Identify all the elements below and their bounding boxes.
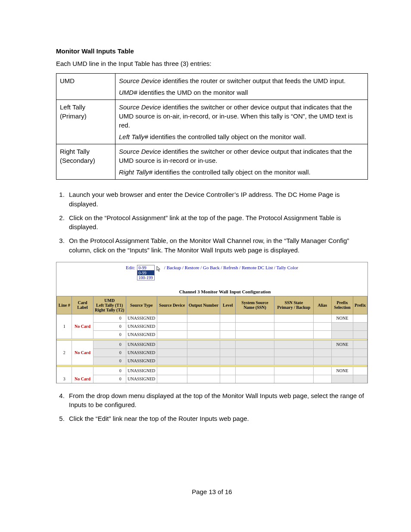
screenshot-figure: Edit: 0-99 0-99 100-199 / Backup / Resto…: [56, 262, 368, 383]
def-desc: Source Device identifies the router or s…: [115, 74, 368, 100]
wall-col-header: Source Type: [126, 296, 157, 314]
figure-link[interactable]: Remote DC List: [242, 265, 273, 270]
figure-link[interactable]: Refresh: [223, 265, 238, 270]
figure-link[interactable]: Tally Color: [277, 265, 298, 270]
step-item: On the Protocol Assignment Table, on the…: [66, 236, 368, 255]
card-label-cell: No Card: [72, 314, 93, 339]
line-number-cell: 1: [57, 314, 72, 339]
table-row: 1No Card0UNASSIGNEDNONE: [57, 314, 367, 322]
page-footer: Page 13 of 16: [56, 488, 368, 495]
range-select[interactable]: 0-99 0-99 100-199: [137, 265, 155, 280]
step-item: Click the “Edit” link near the top of th…: [66, 414, 368, 423]
step-item: From the drop down menu displayed at the…: [66, 391, 368, 410]
line-number-cell: 2: [57, 340, 72, 365]
def-term: UMD: [56, 74, 115, 100]
wall-col-header: Alias: [313, 296, 331, 314]
table-row: 3No Card0UNASSIGNEDNONE: [57, 367, 367, 375]
wall-col-header: Line #: [57, 296, 72, 314]
step-item: Click on the “Protocol Assignment” link …: [66, 213, 368, 232]
table-row: 0UNASSIGNED: [57, 357, 367, 365]
figure-link[interactable]: Restore: [185, 265, 199, 270]
card-label-cell: No Card: [72, 340, 93, 365]
wall-col-header: Card Label: [72, 296, 93, 314]
table-row: 0UNASSIGNED: [57, 322, 367, 330]
table-row: 0UNASSIGNED: [57, 348, 367, 357]
wall-col-header: Prefix: [353, 296, 367, 314]
definition-table: UMDSource Device identifies the router o…: [56, 73, 368, 180]
wall-col-header: Output Number: [187, 296, 220, 314]
steps-list: Launch your web browser and enter the De…: [56, 190, 368, 255]
wall-col-header: Source Device: [157, 296, 187, 314]
card-label-cell: No Card: [72, 367, 93, 383]
section-title: Monitor Wall Inputs Table: [56, 47, 368, 55]
intro-text: Each UMD line in the Input Table has thr…: [56, 59, 368, 68]
def-desc: Source Device identifies the switcher or…: [115, 144, 368, 180]
page-content: Monitor Wall Inputs Table Each UMD line …: [0, 0, 411, 521]
def-desc: Source Device identifies the switcher or…: [115, 100, 368, 144]
step-item: Launch your web browser and enter the De…: [66, 190, 368, 209]
figure-nav-links: / Backup / Restore / Go Back / Refresh /…: [164, 265, 298, 270]
def-term: Right Tally (Secondary): [56, 144, 115, 180]
table-row: 0UNASSIGNED: [57, 330, 367, 339]
wall-col-header: UMDLeft Tally (T1)Right Tally (T2): [93, 296, 126, 314]
def-term: Left Tally (Primary): [56, 100, 115, 144]
table-row: 2No Card0UNASSIGNEDNONE: [57, 340, 367, 348]
figure-caption: Channel 3 Monitor Wall Input Configurati…: [82, 289, 367, 294]
figure-link[interactable]: Go Back: [203, 265, 220, 270]
wall-col-header: SSN StatePrimary / Backup: [274, 296, 313, 314]
line-number-cell: 3: [57, 367, 72, 383]
wall-inputs-table: Line #Card LabelUMDLeft Tally (T1)Right …: [56, 296, 367, 383]
wall-col-header: System Source Name (SSN): [236, 296, 274, 314]
edit-link[interactable]: Edit:: [126, 265, 135, 270]
table-row: 0UNASSIGNED: [57, 383, 367, 383]
cursor-icon: [156, 266, 161, 272]
figure-link[interactable]: Backup: [167, 265, 181, 270]
table-row: 0UNASSIGNED: [57, 375, 367, 383]
wall-col-header: Level: [220, 296, 236, 314]
wall-col-header: Prefix Selection: [331, 296, 353, 314]
steps-list-continued: From the drop down menu displayed at the…: [56, 391, 368, 423]
